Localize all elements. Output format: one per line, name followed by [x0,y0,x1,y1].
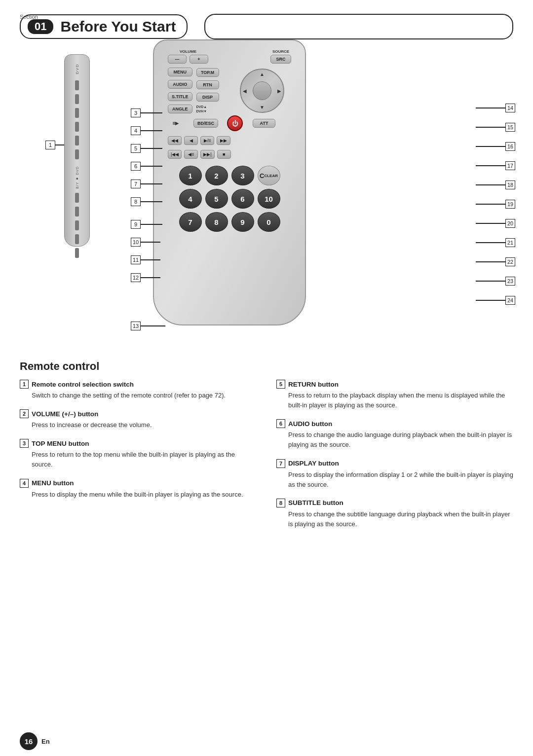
cn-line-21 [476,242,505,243]
cl-line-4 [141,130,162,131]
item-block-6: 6 AUDIO button Press to change the audio… [276,419,513,450]
left-col: 1 Remote control selection switch Switch… [20,380,257,538]
nav-left[interactable]: ◀ [243,88,247,93]
next-btn[interactable]: ▶▶| [200,150,214,159]
main-remote: VOLUME — + SOURCE SRC MENU [153,39,306,325]
callout-num-6: 6 [131,162,141,171]
volume-minus-btn[interactable]: — [168,55,187,64]
fwd-btn[interactable]: ▶▶ [217,136,230,145]
cl-item-9: 9 [131,220,162,229]
side-btn-5 [75,136,79,145]
num-8[interactable]: 8 [205,212,228,232]
right-left-btns-col: TOP.M RTN DISP DVD▲ DVH▼ [196,68,219,113]
menu-btn[interactable]: MENU [168,68,192,76]
side-btn-8 [75,207,79,216]
item-title-8: 8 SUBTITLE button [276,499,513,507]
stitle-btn[interactable]: S.TITLE [168,92,192,101]
cl-line-10 [141,242,160,243]
item-block-1: 1 Remote control selection switch Switch… [20,380,257,400]
num-7[interactable]: 7 [179,212,202,232]
nav-up[interactable]: ▲ [260,72,265,77]
bdesc-btn[interactable]: BD/ESC [193,119,218,128]
cn-item-23: 23 [476,277,515,286]
item-block-3: 3 TOP MENU button Press to return to the… [20,439,257,469]
nav-down[interactable]: ▼ [260,105,265,110]
items-grid: 1 Remote control selection switch Switch… [20,380,513,538]
cn-line-17 [476,165,505,166]
power-btn[interactable]: ⏻ [227,115,243,131]
num-1[interactable]: 1 [179,166,202,185]
cl-item-6: 6 [131,162,162,171]
header-right-placeholder [204,14,513,39]
prev-btn[interactable]: |◀◀ [168,150,182,159]
disp-btn[interactable]: DISP [196,93,219,102]
topm-btn[interactable]: TOP.M [196,68,219,77]
num-10[interactable]: 10 [258,189,280,209]
item-block-5: 5 RETURN button Press to return to the p… [276,380,513,410]
callout-num-19: 19 [505,200,515,209]
volume-plus-btn[interactable]: + [190,55,208,64]
rew-btn[interactable]: ◀◀ [168,136,182,145]
item-desc-7: Press to display the information display… [276,470,513,490]
cn-line-14 [476,108,505,108]
callout-num-12: 12 [131,273,141,282]
language-label: En [41,738,50,745]
back-btn[interactable]: ◀ [184,136,198,145]
item-desc-4: Press to display the menu while the buil… [20,490,257,500]
src-btn[interactable]: SRC [270,55,291,64]
row-menu-nav: MENU AUDIO S.TITLE ANGLE TOP.M RTN DISP … [163,68,296,113]
item-title-text-8: SUBTITLE button [288,499,343,506]
nav-right[interactable]: ▶ [277,88,281,93]
callout-num-5: 5 [131,144,141,153]
item-desc-1: Switch to change the setting of the remo… [20,391,257,400]
cn-line-22 [476,261,505,262]
section-number: 01 [28,19,53,34]
num-2[interactable]: 2 [205,166,228,185]
callout-num-3: 3 [131,108,141,117]
num-9[interactable]: 9 [231,212,254,232]
cl-item-3: 3 [131,108,162,117]
section-label: Section [20,14,38,20]
rtn-btn[interactable]: RTN [196,80,219,89]
callout-num-10: 10 [131,238,141,247]
stop-btn[interactable]: ■ [217,150,231,159]
item-desc-8: Press to change the subtitle language du… [276,509,513,529]
dvd-label: DVD▲ [196,105,207,108]
num-c[interactable]: CCLEAR [258,166,280,185]
side-btn-11 [75,248,79,258]
source-group: SOURCE SRC [270,49,291,64]
frame-back-btn[interactable]: ◀II [184,150,198,159]
num-3[interactable]: 3 [231,166,254,185]
transport-row-2: |◀◀ ◀II ▶▶| ■ [163,150,296,159]
callout-num-8: 8 [131,197,141,206]
num-4[interactable]: 4 [179,189,202,209]
audio-btn[interactable]: AUDIO [168,80,192,89]
left-callouts: 3 4 5 6 7 [131,108,162,282]
cn-line-20 [476,223,505,224]
cl-item-12: 12 [131,273,162,282]
cl-line-13 [141,325,165,326]
transport-row: ◀◀ ◀ ▶/II ▶▶ [163,136,296,145]
callout-num-17: 17 [505,161,515,170]
angle-btn[interactable]: ANGLE [168,105,192,113]
cn-line-24 [476,300,505,301]
item-block-4: 4 MENU button Press to display the menu … [20,479,257,500]
item-desc-6: Press to change the audio language durin… [276,430,513,450]
nav-cluster: ▲ ▼ ◀ ▶ [240,69,284,113]
num-6[interactable]: 6 [231,189,254,209]
cl-line-9 [141,224,162,225]
play-pause-btn[interactable]: ▶/II [200,136,214,145]
num-5[interactable]: 5 [205,189,228,209]
item-badge-4: 4 [20,479,29,488]
footer: 16 En [20,732,50,750]
item-badge-2: 2 [20,409,29,418]
item-title-5: 5 RETURN button [276,380,513,389]
callout-num-11: 11 [131,255,141,264]
page: Section 01 Before You Start 2 1 DVD [0,5,533,756]
item-title-text-5: RETURN button [288,381,339,388]
side-btn-6 [75,149,79,159]
att-btn[interactable]: ATT [253,119,275,128]
side-btn-7 [75,193,79,203]
num-0[interactable]: 0 [258,212,280,232]
cl-line-6 [141,166,162,167]
